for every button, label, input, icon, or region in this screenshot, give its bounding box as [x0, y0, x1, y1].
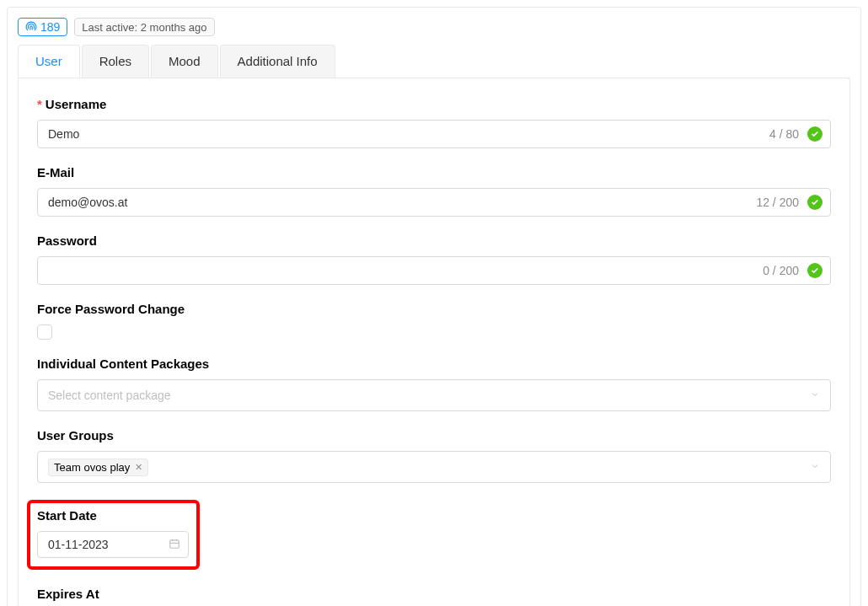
username-counter: 4 / 80: [769, 127, 799, 141]
username-input[interactable]: [37, 120, 831, 148]
content-packages-group: Individual Content Packages Select conte…: [37, 357, 831, 411]
user-groups-label: User Groups: [37, 428, 831, 442]
content-packages-placeholder: Select content package: [48, 389, 171, 402]
user-groups-select[interactable]: Team ovos play ✕: [37, 451, 831, 483]
user-edit-panel: 189 Last active: 2 months ago User Roles…: [7, 7, 861, 606]
content-packages-label: Individual Content Packages: [37, 357, 831, 371]
password-group: Password 0 / 200: [37, 233, 831, 285]
email-label: E-Mail: [37, 165, 831, 180]
force-password-change-checkbox[interactable]: [37, 324, 52, 340]
force-password-change-group: Force Password Change: [37, 302, 831, 340]
last-active-badge: Last active: 2 months ago: [74, 18, 214, 36]
email-input[interactable]: [37, 188, 831, 217]
content-packages-select[interactable]: Select content package: [37, 379, 831, 411]
expires-at-label: Expires At: [37, 587, 831, 601]
header-row: 189 Last active: 2 months ago: [18, 18, 850, 36]
password-input-wrapper: 0 / 200: [37, 256, 831, 285]
tab-content-user: *Username 4 / 80 E-Mail 12 / 200 Passwo: [18, 78, 850, 606]
password-label: Password: [37, 233, 831, 248]
tabs-bar: User Roles Mood Additional Info: [18, 45, 850, 78]
password-input[interactable]: [37, 256, 831, 285]
expires-at-group: Expires At: [37, 587, 831, 606]
check-icon: [807, 126, 822, 142]
email-group: E-Mail 12 / 200: [37, 165, 831, 217]
user-id-badge[interactable]: 189: [18, 18, 67, 36]
start-date-label: Start Date: [37, 508, 190, 523]
check-icon: [807, 263, 822, 278]
user-groups-group: User Groups Team ovos play ✕: [37, 428, 831, 483]
check-icon: [807, 195, 822, 210]
email-counter: 12 / 200: [756, 196, 799, 209]
fingerprint-icon: [25, 21, 37, 33]
username-label: *Username: [37, 97, 831, 111]
tab-roles[interactable]: Roles: [82, 45, 149, 78]
required-indicator: *: [37, 97, 42, 111]
tab-additional-info[interactable]: Additional Info: [220, 45, 335, 78]
tab-mood[interactable]: Mood: [151, 45, 218, 78]
username-input-wrapper: 4 / 80: [37, 120, 831, 148]
start-date-highlight: Start Date: [27, 500, 200, 570]
password-counter: 0 / 200: [763, 264, 799, 277]
user-group-tag-label: Team ovos play: [54, 461, 130, 474]
start-date-group: Start Date: [37, 500, 831, 570]
close-icon[interactable]: ✕: [135, 462, 142, 473]
email-input-wrapper: 12 / 200: [37, 188, 831, 217]
username-group: *Username 4 / 80: [37, 97, 831, 148]
start-date-wrapper: [37, 531, 189, 558]
chevron-down-icon: [810, 389, 820, 402]
user-id-number: 189: [40, 20, 60, 34]
start-date-input[interactable]: [37, 531, 189, 558]
chevron-down-icon: [810, 460, 820, 474]
tab-user[interactable]: User: [18, 45, 80, 78]
user-group-tag: Team ovos play ✕: [48, 459, 148, 476]
force-password-change-label: Force Password Change: [37, 302, 831, 316]
